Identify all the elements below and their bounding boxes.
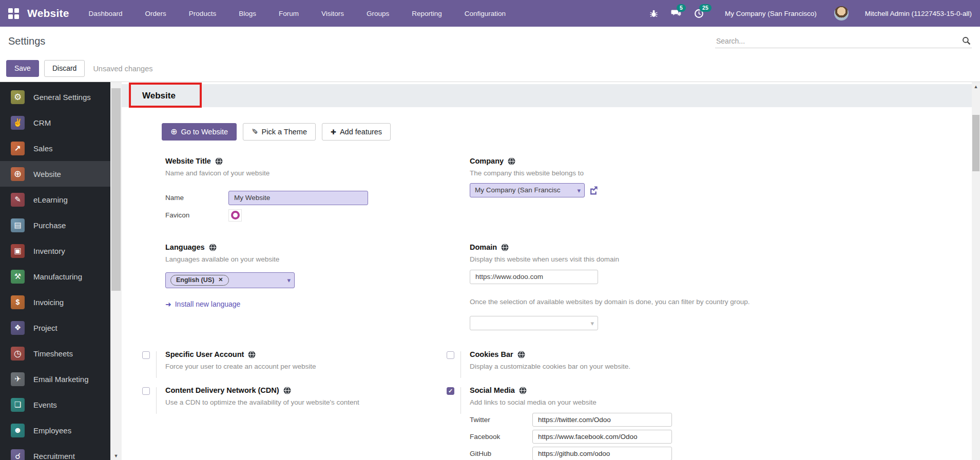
external-link-icon[interactable] <box>589 185 600 195</box>
website-name-input[interactable] <box>228 191 368 205</box>
arrow-right-icon <box>165 300 171 308</box>
globe-icon <box>170 127 177 136</box>
divider <box>460 351 461 378</box>
user-menu[interactable]: Mitchell Admin (11227453-15-0-all) <box>865 10 972 17</box>
menu-groups[interactable]: Groups <box>367 1 389 26</box>
user-avatar[interactable] <box>834 6 849 21</box>
website-globe-badge-icon <box>209 244 217 251</box>
cdn-checkbox[interactable] <box>142 387 150 395</box>
facebook-input[interactable] <box>532 430 672 444</box>
sidebar-item-events[interactable]: Events <box>0 392 110 417</box>
company-select[interactable]: My Company (San Francisc <box>470 183 585 197</box>
sidebar-item-website[interactable]: Website <box>0 161 110 187</box>
wrench-icon <box>11 270 25 284</box>
language-tag: English (US) <box>170 275 229 286</box>
menu-products[interactable]: Products <box>189 1 216 26</box>
breadcrumb-row: Settings <box>0 27 980 55</box>
remove-language-icon[interactable] <box>218 276 223 283</box>
country-group-select[interactable] <box>470 316 598 330</box>
scroll-up-arrow[interactable]: ▲ <box>972 84 980 89</box>
menu-configuration[interactable]: Configuration <box>465 1 506 26</box>
website-globe-badge-icon <box>519 387 527 394</box>
go-to-website-button[interactable]: Go to Website <box>162 123 237 141</box>
sidebar-item-recruitment[interactable]: Recruitment <box>0 443 110 460</box>
github-input[interactable] <box>532 447 672 460</box>
discard-button[interactable]: Discard <box>44 60 85 76</box>
settings-toolbar: Save Discard Unsaved changes <box>0 55 980 82</box>
handshake-icon <box>11 116 25 130</box>
specific-user-account-checkbox[interactable] <box>142 351 150 359</box>
sidebar-item-project[interactable]: Project <box>0 315 110 341</box>
menu-dashboard[interactable]: Dashboard <box>89 1 123 26</box>
setting-social-media: Social Media Add links to social media o… <box>447 386 972 460</box>
menu-forum[interactable]: Forum <box>279 1 299 26</box>
company-switcher[interactable]: My Company (San Francisco) <box>725 10 817 17</box>
menu-blogs[interactable]: Blogs <box>239 1 256 26</box>
search-icon[interactable] <box>962 36 971 45</box>
scroll-down-arrow[interactable]: ▼ <box>110 453 122 458</box>
setting-website-title: Website Title Name and favicon of your w… <box>142 157 447 243</box>
cookies-bar-checkbox[interactable] <box>447 351 454 359</box>
install-new-language-link[interactable]: Install new language <box>165 300 240 308</box>
website-globe-badge-icon <box>283 387 291 394</box>
sidebar-item-invoicing[interactable]: Invoicing <box>0 289 110 315</box>
favicon-label: Favicon <box>165 211 228 219</box>
messages-icon[interactable]: 5 <box>670 8 682 19</box>
sidebar-item-inventory[interactable]: Inventory <box>0 238 110 264</box>
sidebar-item-email-marketing[interactable]: Email Marketing <box>0 366 110 392</box>
divider <box>460 387 461 414</box>
chart-icon <box>11 142 25 155</box>
settings-grid: Website Title Name and favicon of your w… <box>142 157 972 460</box>
social-media-checkbox[interactable] <box>447 387 454 395</box>
website-globe-badge-icon <box>215 157 223 165</box>
twitter-input[interactable] <box>532 413 672 427</box>
section-header-website: Website <box>122 84 972 107</box>
add-features-button[interactable]: Add features <box>322 123 391 141</box>
menu-visitors[interactable]: Visitors <box>321 1 344 26</box>
main-menu: Dashboard Orders Products Blogs Forum Vi… <box>89 1 506 26</box>
menu-orders[interactable]: Orders <box>145 1 166 26</box>
content-scrollbar[interactable]: ▲ <box>972 82 980 460</box>
navbar-systray: 5 25 My Company (San Francisco) Mitchell… <box>648 6 972 21</box>
sidebar-item-manufacturing[interactable]: Manufacturing <box>0 264 110 289</box>
divider <box>156 351 157 378</box>
website-globe-badge-icon <box>501 244 509 251</box>
github-label: GitHub <box>470 450 532 457</box>
favicon-preview[interactable] <box>228 209 242 222</box>
stopwatch-icon <box>11 347 25 361</box>
app-name[interactable]: Website <box>27 7 69 19</box>
sidebar-item-sales[interactable]: Sales <box>0 135 110 161</box>
save-button[interactable]: Save <box>6 60 39 76</box>
sidebar-scrollbar-thumb[interactable] <box>111 88 121 291</box>
bug-icon[interactable] <box>648 8 659 19</box>
sidebar-scrollbar[interactable]: ▼ <box>110 82 122 460</box>
pick-a-theme-button[interactable]: Pick a Theme <box>243 123 316 141</box>
settings-body: General Settings CRM Sales Website eLear… <box>0 82 980 460</box>
website-actions: Go to Website Pick a Theme Add features <box>162 123 972 141</box>
messages-count-badge: 5 <box>677 4 686 12</box>
search-input[interactable] <box>716 37 962 45</box>
settings-content: Website Go to Website Pick a Theme Add f… <box>122 82 972 460</box>
languages-select[interactable]: English (US) <box>165 272 295 288</box>
twitter-label: Twitter <box>470 416 532 424</box>
puzzle-icon <box>11 321 25 335</box>
website-globe-badge-icon <box>248 351 256 358</box>
presentation-icon <box>11 193 25 207</box>
apps-grid-icon[interactable] <box>8 8 19 19</box>
sidebar-item-timesheets[interactable]: Timesheets <box>0 341 110 366</box>
paper-plane-icon <box>11 372 25 386</box>
domain-input[interactable] <box>470 270 598 284</box>
sidebar-item-crm[interactable]: CRM <box>0 110 110 135</box>
sidebar-item-purchase[interactable]: Purchase <box>0 212 110 238</box>
sidebar-item-elearning[interactable]: eLearning <box>0 187 110 212</box>
favicon-icon <box>231 211 240 219</box>
box-icon <box>11 244 25 258</box>
menu-reporting[interactable]: Reporting <box>412 1 442 26</box>
sidebar-item-employees[interactable]: Employees <box>0 417 110 443</box>
activities-icon[interactable]: 25 <box>693 8 704 19</box>
sidebar-item-general-settings[interactable]: General Settings <box>0 84 110 110</box>
content-scrollbar-thumb[interactable] <box>972 115 979 171</box>
people-icon <box>11 424 25 437</box>
top-navbar: Website Dashboard Orders Products Blogs … <box>0 0 980 27</box>
website-globe-badge-icon <box>508 157 515 165</box>
